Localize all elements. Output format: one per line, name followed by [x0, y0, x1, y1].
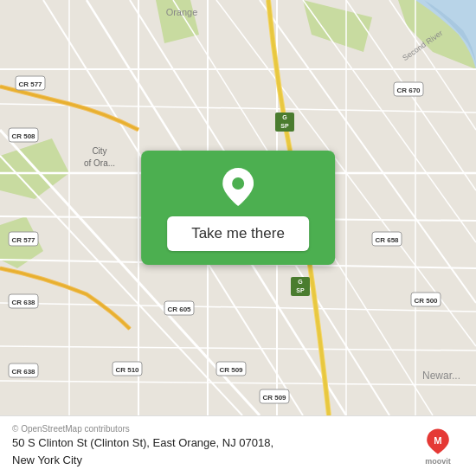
svg-text:CR 510: CR 510	[115, 366, 139, 374]
svg-text:CR 605: CR 605	[167, 306, 191, 313]
svg-text:M: M	[434, 435, 441, 446]
moovit-text: moovit	[425, 457, 451, 466]
svg-text:CR 658: CR 658	[375, 236, 399, 244]
svg-text:CR 508: CR 508	[11, 132, 35, 140]
svg-text:CR 670: CR 670	[396, 87, 421, 94]
svg-text:CR 638: CR 638	[11, 299, 35, 306]
svg-text:of Ora...: of Ora...	[84, 158, 115, 168]
bottom-info: © OpenStreetMap contributors 50 S Clinto…	[12, 424, 273, 468]
svg-text:SP: SP	[296, 287, 305, 293]
location-pin-icon	[222, 168, 254, 206]
svg-text:CR 577: CR 577	[18, 80, 42, 88]
svg-text:CR 577: CR 577	[11, 236, 35, 244]
address-line2: New York City	[12, 453, 273, 468]
moovit-icon: M	[424, 428, 452, 455]
moovit-logo: M moovit	[412, 428, 464, 466]
svg-text:Newar...: Newar...	[422, 370, 460, 382]
address-line1: 50 S Clinton St (Clinton St), East Orang…	[12, 435, 273, 451]
bottom-bar: © OpenStreetMap contributors 50 S Clinto…	[0, 415, 476, 476]
take-me-there-button[interactable]: Take me there	[167, 216, 309, 251]
map-area: CR 577 CR 508 CR 577 CR 638 CR 638 CR 60…	[0, 0, 476, 415]
svg-text:CR 509: CR 509	[219, 366, 243, 374]
copyright-text: © OpenStreetMap contributors	[12, 424, 273, 434]
svg-text:Orange: Orange	[166, 7, 198, 17]
svg-text:CR 638: CR 638	[11, 368, 35, 376]
svg-text:CR 509: CR 509	[262, 394, 286, 402]
svg-text:CR 500: CR 500	[414, 297, 438, 305]
button-overlay: Take me there	[141, 151, 335, 265]
svg-text:City: City	[92, 146, 106, 156]
svg-point-66	[232, 177, 244, 190]
svg-text:G: G	[298, 279, 303, 285]
svg-text:G: G	[282, 114, 287, 120]
svg-text:SP: SP	[280, 123, 289, 129]
green-box: Take me there	[141, 151, 335, 265]
